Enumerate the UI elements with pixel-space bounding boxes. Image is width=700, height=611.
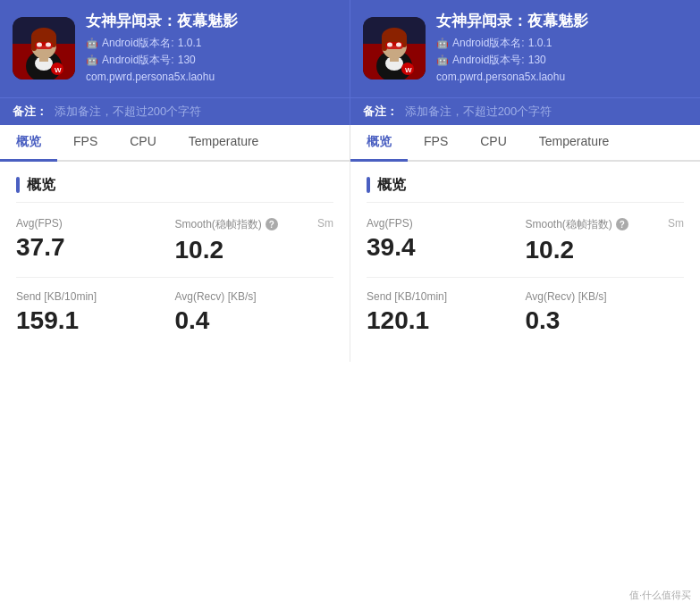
watermark: 值·什么值得买 — [629, 589, 691, 602]
recv-item-left: Avg(Recv) [KB/s] 0.4 — [175, 290, 334, 335]
app-info-row: W 女神异闻录：夜幕魅影 🤖 Android版本名: 1.0.1 🤖 Andro… — [0, 0, 700, 97]
avg-fps-item-right: Avg(FPS) 39.4 — [367, 217, 526, 262]
recv-item-right: Avg(Recv) [KB/s] 0.3 — [526, 290, 685, 335]
android-icon2-left: 🤖 — [86, 53, 98, 69]
tab-cpu-right[interactable]: CPU — [464, 125, 523, 162]
recv-label-right: Avg(Recv) [KB/s] — [526, 290, 685, 303]
notes-row: 备注： 添加备注，不超过200个字符 备注： 添加备注，不超过200个字符 — [0, 97, 700, 125]
fps-smooth-row-left: Avg(FPS) 37.7 Smooth(稳帧指数) ? 10.2 Sm — [16, 217, 333, 264]
avg-fps-item-left: Avg(FPS) 37.7 — [16, 217, 175, 262]
app-meta-right: 女神异闻录：夜幕魅影 🤖 Android版本名: 1.0.1 🤖 Android… — [436, 11, 588, 87]
notes-panel-left[interactable]: 备注： 添加备注，不超过200个字符 — [0, 98, 350, 125]
smooth-label-left: Smooth(稳帧指数) ? — [175, 217, 334, 232]
content-row: 概览 Avg(FPS) 37.7 Smooth(稳帧指数) ? 10.2 Sm … — [0, 162, 700, 362]
section-title-right: 概览 — [367, 176, 684, 203]
avg-fps-label-right: Avg(FPS) — [367, 217, 526, 230]
recv-value-right: 0.3 — [526, 306, 685, 335]
svg-point-24 — [387, 43, 392, 47]
sm-label-right: Sm — [668, 217, 684, 230]
svg-rect-7 — [31, 35, 37, 51]
tab-fps-left[interactable]: FPS — [57, 125, 114, 162]
tabs-half-right: 概览 FPS CPU Temperature — [350, 125, 700, 160]
content-panel-right: 概览 Avg(FPS) 39.4 Smooth(稳帧指数) ? 10.2 Sm … — [350, 162, 700, 362]
notes-placeholder-right: 添加备注，不超过200个字符 — [405, 105, 552, 118]
send-item-left: Send [KB/10min] 159.1 — [16, 290, 175, 335]
fps-smooth-row-right: Avg(FPS) 39.4 Smooth(稳帧指数) ? 10.2 Sm — [367, 217, 684, 264]
divider-left — [16, 277, 333, 278]
app-icon-left: W — [13, 17, 75, 80]
send-item-right: Send [KB/10min] 120.1 — [367, 290, 526, 335]
tab-temperature-left[interactable]: Temperature — [173, 125, 275, 162]
avg-fps-value-left: 37.7 — [16, 233, 175, 262]
smooth-help-icon-left[interactable]: ? — [266, 218, 278, 230]
tab-fps-right[interactable]: FPS — [408, 125, 464, 162]
app-package-right: com.pwrd.persona5x.laohu — [436, 69, 588, 86]
section-title-bar-left — [16, 177, 20, 193]
smooth-item-left: Smooth(稳帧指数) ? 10.2 — [175, 217, 334, 264]
send-value-left: 159.1 — [16, 306, 175, 335]
app-panel-right: W 女神异闻录：夜幕魅影 🤖 Android版本名: 1.0.1 🤖 Andro… — [350, 0, 700, 97]
svg-rect-21 — [382, 35, 387, 51]
notes-panel-right[interactable]: 备注： 添加备注，不超过200个字符 — [350, 98, 700, 125]
app-version-code-left: 🤖 Android版本号: 130 — [86, 52, 238, 69]
section-title-text-right: 概览 — [377, 176, 406, 195]
svg-point-10 — [37, 43, 42, 47]
recv-label-left: Avg(Recv) [KB/s] — [175, 290, 334, 303]
app-meta-left: 女神异闻录：夜幕魅影 🤖 Android版本名: 1.0.1 🤖 Android… — [86, 11, 238, 87]
send-label-left: Send [KB/10min] — [16, 290, 175, 303]
smooth-value-right: 10.2 — [526, 236, 685, 264]
app-version-name-right: 🤖 Android版本名: 1.0.1 — [436, 35, 588, 52]
tab-cpu-left[interactable]: CPU — [114, 125, 173, 162]
notes-placeholder-left: 添加备注，不超过200个字符 — [55, 105, 202, 118]
svg-point-11 — [46, 43, 51, 47]
network-row-left: Send [KB/10min] 159.1 Avg(Recv) [KB/s] 0… — [16, 290, 333, 335]
android-icon-left: 🤖 — [86, 36, 98, 52]
app-title-left: 女神异闻录：夜幕魅影 — [86, 11, 238, 31]
smooth-item-right: Smooth(稳帧指数) ? 10.2 — [526, 217, 685, 264]
tab-temperature-right[interactable]: Temperature — [523, 125, 626, 162]
tab-overview-right[interactable]: 概览 — [350, 125, 408, 162]
divider-right — [367, 277, 684, 278]
network-row-right: Send [KB/10min] 120.1 Avg(Recv) [KB/s] 0… — [367, 290, 684, 335]
avg-fps-value-right: 39.4 — [367, 233, 526, 262]
app-package-left: com.pwrd.persona5x.laohu — [86, 69, 238, 86]
svg-text:W: W — [55, 66, 62, 74]
section-title-bar-right — [367, 177, 370, 193]
app-icon-right: W — [363, 17, 426, 80]
section-title-left: 概览 — [16, 176, 333, 203]
app-title-right: 女神异闻录：夜幕魅影 — [436, 11, 588, 31]
send-value-right: 120.1 — [367, 306, 526, 335]
tabs-row: 概览 FPS CPU Temperature 概览 FPS CPU Temper… — [0, 125, 700, 162]
android-icon-right: 🤖 — [436, 36, 449, 52]
app-version-name-left: 🤖 Android版本名: 1.0.1 — [86, 35, 238, 52]
svg-text:W: W — [405, 66, 412, 74]
android-icon2-right: 🤖 — [436, 53, 449, 69]
tabs-half-left: 概览 FPS CPU Temperature — [0, 125, 350, 160]
notes-label-left: 备注： — [13, 105, 47, 118]
section-title-text-left: 概览 — [27, 176, 55, 195]
notes-label-right: 备注： — [363, 105, 398, 118]
svg-point-25 — [396, 43, 401, 47]
smooth-value-left: 10.2 — [175, 236, 334, 264]
sm-label-left: Sm — [317, 217, 333, 230]
smooth-label-right: Smooth(稳帧指数) ? — [526, 217, 685, 232]
recv-value-left: 0.4 — [175, 306, 334, 335]
content-panel-left: 概览 Avg(FPS) 37.7 Smooth(稳帧指数) ? 10.2 Sm … — [0, 162, 350, 362]
send-label-right: Send [KB/10min] — [367, 290, 526, 303]
app-version-code-right: 🤖 Android版本号: 130 — [436, 52, 588, 69]
smooth-help-icon-right[interactable]: ? — [616, 218, 628, 230]
avg-fps-label-left: Avg(FPS) — [16, 217, 175, 230]
app-panel-left: W 女神异闻录：夜幕魅影 🤖 Android版本名: 1.0.1 🤖 Andro… — [0, 0, 350, 97]
tab-overview-left[interactable]: 概览 — [0, 125, 57, 162]
